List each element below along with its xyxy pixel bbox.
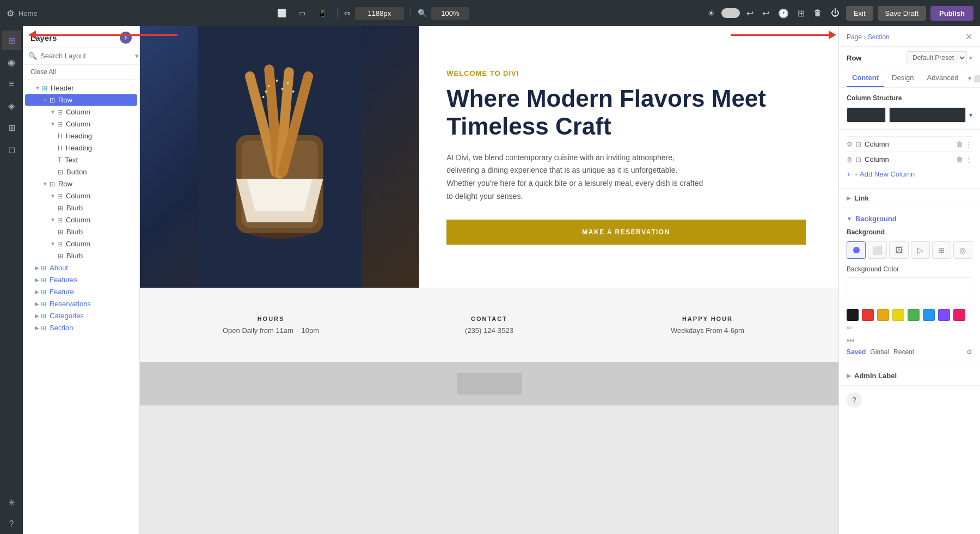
layer-item-categories[interactable]: ▶ ⊞ Categories [25, 310, 137, 321]
add-column-icon: + [847, 170, 851, 178]
theme-toggle[interactable]: ● [721, 8, 740, 18]
layer-item-col5[interactable]: ▼ ⊟ Column [25, 238, 137, 250]
bg-gradient-type-btn[interactable]: ⬜ [868, 241, 887, 259]
undo2-icon[interactable]: ↩ [760, 6, 771, 21]
elements-icon[interactable]: ◉ [2, 52, 21, 72]
breadcrumb-section[interactable]: Section [868, 33, 890, 41]
box-icon[interactable]: ◻ [2, 139, 21, 159]
layer-item-col3[interactable]: ▼ ⊟ Column [25, 190, 137, 202]
saved-tab-saved[interactable]: Saved [847, 348, 866, 356]
layers-close-all[interactable]: Close All [23, 65, 139, 80]
layer-item-col2[interactable]: ▼ ⊟ Column [25, 118, 137, 130]
layer-item-col4[interactable]: ▼ ⊟ Column [25, 214, 137, 226]
layers-icon[interactable]: ⊞ [2, 31, 21, 50]
saved-settings-icon[interactable]: ⚙ [966, 348, 972, 356]
hero-description: At Divi, we blend contemporary cuisine w… [446, 151, 708, 203]
arrow-left-line [36, 34, 177, 36]
color-swatch-black[interactable] [847, 309, 859, 321]
tab-design[interactable]: Design [886, 69, 919, 87]
col-structure-left-btn[interactable] [847, 107, 886, 123]
undo-icon[interactable]: ↩ [744, 6, 756, 21]
col-copy-icon-2[interactable]: ⊡ [856, 156, 861, 163]
lines-icon[interactable]: ≡ [2, 74, 21, 94]
more-tabs-icon[interactable]: ▾ [968, 75, 971, 82]
layers-search-input[interactable] [40, 52, 132, 60]
add-column-button[interactable]: + + Add New Column [847, 167, 972, 181]
tab-advanced[interactable]: Advanced [922, 69, 964, 87]
publish-button[interactable]: Publish [930, 6, 973, 21]
bg-video-type-btn[interactable]: ▷ [911, 241, 930, 259]
col-structure-right-btn[interactable] [889, 107, 966, 123]
color-swatch-orange[interactable] [877, 309, 889, 321]
color-swatch-yellow[interactable] [892, 309, 904, 321]
tablet-device-btn[interactable]: ▭ [295, 6, 309, 20]
trash-icon[interactable]: 🗑 [811, 6, 824, 20]
saved-tab-global[interactable]: Global [870, 348, 889, 356]
layout-icon[interactable]: ⊞ [795, 6, 807, 21]
layer-item-about[interactable]: ▶ ⊞ About [25, 262, 137, 274]
save-draft-button[interactable]: Save Draft [878, 6, 926, 21]
col-structure-chevron[interactable]: ▾ [969, 111, 972, 119]
layer-item-header[interactable]: ▼ ⊞ Header [25, 82, 137, 94]
expand-panel-icon[interactable]: ⬜ [973, 75, 980, 82]
layer-item-blurb1[interactable]: ⊞ Blurb [25, 202, 137, 214]
layer-item-heading2[interactable]: H Heading [25, 142, 137, 154]
background-color-area[interactable] [847, 277, 972, 299]
info-label-happy-hour: HAPPY HOUR [598, 315, 817, 322]
color-swatch-pink[interactable] [953, 309, 965, 321]
settings-icon[interactable]: ⚙ [7, 8, 14, 19]
panel-preset-select[interactable]: Default Preset [906, 51, 967, 64]
col-delete-btn-2[interactable]: 🗑 [956, 155, 963, 163]
layer-toggle-col2: ▼ [50, 121, 56, 127]
background-header[interactable]: ▼ Background [847, 215, 972, 223]
col-more-btn-2[interactable]: ⋮ [965, 155, 972, 163]
mobile-device-btn[interactable]: 📱 [314, 6, 330, 20]
exit-button[interactable]: Exit [846, 6, 873, 21]
layer-item-heading1[interactable]: H Heading [25, 130, 137, 142]
layer-item-blurb3[interactable]: ⊞ Blurb [25, 250, 137, 262]
layer-item-section[interactable]: ▶ ⊞ Section [25, 322, 137, 333]
breadcrumb-page[interactable]: Page [847, 33, 862, 41]
power-icon[interactable]: ⏻ [829, 6, 842, 20]
layer-item-row-active[interactable]: ▼ ⊡ Row [25, 94, 137, 106]
settings2-icon[interactable]: ✳ [2, 493, 21, 512]
hero-cta-button[interactable]: MAKE A RESERVATION [446, 220, 806, 245]
shapes-icon[interactable]: ◈ [2, 96, 21, 116]
tab-content[interactable]: Content [847, 69, 884, 87]
col-more-btn-1[interactable]: ⋮ [965, 140, 972, 148]
layer-item-reservations[interactable]: ▶ ⊞ Reservations [25, 298, 137, 310]
sun-icon[interactable]: ☀ [705, 6, 717, 21]
grid-icon[interactable]: ⊞ [2, 118, 21, 137]
color-more-icon[interactable]: ✏ [847, 324, 852, 332]
layer-item-feature[interactable]: ▶ ⊞ Feature [25, 286, 137, 298]
col-settings-icon-1[interactable]: ⚙ [847, 141, 853, 148]
layer-item-features[interactable]: ▶ ⊞ Features [25, 274, 137, 286]
col-settings-icon-2[interactable]: ⚙ [847, 156, 853, 163]
help-button[interactable]: ? [847, 392, 862, 408]
color-swatch-green[interactable] [908, 309, 920, 321]
help-icon[interactable]: ? [2, 514, 21, 534]
bg-mask-type-btn[interactable]: ◎ [953, 241, 972, 259]
color-swatch-purple[interactable] [938, 309, 950, 321]
close-panel-button[interactable]: ✕ [965, 32, 972, 42]
col-delete-btn-1[interactable]: 🗑 [956, 140, 963, 148]
layer-item-text[interactable]: T Text [25, 154, 137, 166]
zoom-input[interactable] [431, 7, 469, 20]
bg-image-type-btn[interactable]: 🖼 [889, 241, 908, 259]
color-swatch-red[interactable] [862, 309, 874, 321]
admin-label-header[interactable]: ▶ Admin Label [847, 372, 972, 380]
history-icon[interactable]: 🕐 [776, 6, 791, 21]
layers-filter-icon[interactable]: ▾ [135, 52, 139, 60]
bg-color-type-btn[interactable] [847, 241, 866, 259]
color-swatch-blue[interactable] [923, 309, 935, 321]
saved-tab-recent[interactable]: Recent [893, 348, 914, 356]
layer-item-row2[interactable]: ▼ ⊡ Row [25, 178, 137, 190]
layer-item-col1[interactable]: ▼ ⊟ Column [25, 106, 137, 118]
desktop-device-btn[interactable]: ⬜ [273, 6, 290, 20]
width-input[interactable] [355, 7, 404, 20]
link-section[interactable]: ▶ Link [839, 189, 980, 208]
bg-pattern-type-btn[interactable]: ⊞ [932, 241, 951, 259]
col-copy-icon-1[interactable]: ⊡ [856, 141, 861, 148]
layer-item-blurb2[interactable]: ⊞ Blurb [25, 226, 137, 238]
layer-item-button[interactable]: ⊡ Button [25, 166, 137, 178]
